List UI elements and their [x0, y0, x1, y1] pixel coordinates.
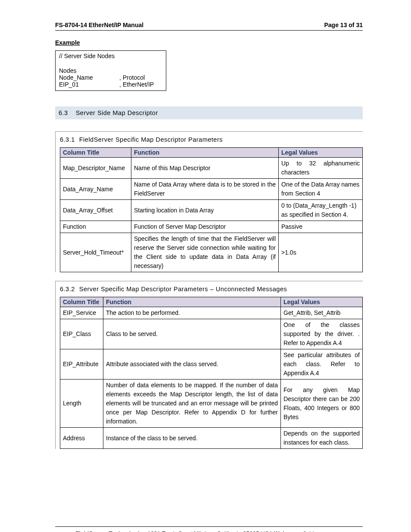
- table-row: Function Function of Server Map Descript…: [60, 221, 363, 233]
- cell: EIP_Class: [60, 319, 103, 349]
- code-cell: , EtherNet/IP: [119, 81, 162, 88]
- code-line: EIP_01 , EtherNet/IP: [59, 81, 162, 88]
- th-legal-values: Legal Values: [281, 297, 363, 307]
- cell: Address: [60, 428, 103, 449]
- cell: Name of this Map Descriptor: [131, 158, 279, 179]
- cell: Function of Server Map Descriptor: [131, 221, 279, 233]
- cell: Name of Data Array where data is to be s…: [131, 179, 279, 200]
- table-row: EIP_Class Class to be served. One of the…: [60, 319, 363, 349]
- table-row: Length Number of data elements to be map…: [60, 380, 363, 428]
- cell: One of the Data Array names from Section…: [279, 179, 363, 200]
- subsection-heading: 6.3.2Server Specific Map Descriptor Para…: [60, 286, 363, 292]
- section-title: Server Side Map Descriptor: [76, 109, 158, 116]
- th-column-title: Column Title: [60, 148, 131, 158]
- cell: Function: [60, 221, 131, 233]
- code-cell: , Protocol: [119, 74, 162, 81]
- table-row: Map_Descriptor_Name Name of this Map Des…: [60, 158, 363, 179]
- code-cell: EIP_01: [59, 81, 119, 88]
- page-header: FS-8704-14 EtherNet/IP Manual Page 13 of…: [55, 22, 363, 31]
- cell: For any given Map Descriptor there can b…: [281, 380, 363, 428]
- cell: Data_Array_Name: [60, 179, 131, 200]
- th-column-title: Column Title: [60, 297, 103, 307]
- cell: Data_Array_Offset: [60, 200, 131, 221]
- cell: Map_Descriptor_Name: [60, 158, 131, 179]
- table-row: EIP_Attribute Attribute associated with …: [60, 349, 363, 380]
- footer-line-1: FieldServer Technologies 1991 Tarob Cour…: [55, 529, 363, 532]
- th-function: Function: [103, 297, 281, 307]
- cell: The action to be performed.: [103, 307, 281, 319]
- table-row: Server_Hold_Timeout* Specifies the lengt…: [60, 233, 363, 272]
- table-632: Column Title Function Legal Values EIP_S…: [60, 297, 363, 449]
- cell: >1.0s: [279, 233, 363, 272]
- section-number: 6.3: [59, 109, 68, 116]
- footer-separator: [55, 526, 363, 527]
- code-line: // Server Side Nodes: [59, 53, 162, 59]
- subsection-title-text: FieldServer Specific Map Descriptor Para…: [79, 136, 223, 143]
- table-row: EIP_Service The action to be performed. …: [60, 307, 363, 319]
- table-row: Data_Array_Name Name of Data Array where…: [60, 179, 363, 200]
- header-left: FS-8704-14 EtherNet/IP Manual: [55, 22, 143, 28]
- cell: Up to 32 alphanumeric characters: [279, 158, 363, 179]
- table-header-row: Column Title Function Legal Values: [60, 148, 363, 158]
- subsection-number: 6.3.1: [60, 136, 75, 143]
- th-legal-values: Legal Values: [279, 148, 363, 158]
- code-cell: Node_Name: [59, 74, 119, 81]
- subsection-number: 6.3.2: [60, 286, 75, 292]
- subsection-title-text: Server Specific Map Descriptor Parameter…: [79, 286, 287, 292]
- table-row: Data_Array_Offset Starting location in D…: [60, 200, 363, 221]
- cell: Depends on the supported instances for e…: [281, 428, 363, 449]
- header-right: Page 13 of 31: [324, 22, 363, 28]
- cell: EIP_Service: [60, 307, 103, 319]
- cell: See particular attributes of each class.…: [281, 349, 363, 380]
- footer-company: FieldServer Technologies: [75, 530, 146, 532]
- example-code-box: // Server Side Nodes Nodes Node_Name , P…: [55, 50, 166, 91]
- footer-address: 1991 Tarob Court Milpitas, California 95…: [146, 530, 274, 532]
- cell: Attribute associated with the class serv…: [103, 349, 281, 380]
- subsection-heading: 6.3.1FieldServer Specific Map Descriptor…: [60, 136, 363, 143]
- code-line: Nodes: [59, 67, 162, 74]
- table-631: Column Title Function Legal Values Map_D…: [60, 147, 363, 272]
- cell: Number of data elements to be mapped. If…: [103, 380, 281, 428]
- cell: One of the classes supported by the driv…: [281, 319, 363, 349]
- cell: 0 to (Data_Array_Length -1) as specified…: [279, 200, 363, 221]
- footer-web: : www.fieldserver.com: [286, 530, 342, 532]
- code-line: Node_Name , Protocol: [59, 74, 162, 81]
- section-heading-63: 6.3Server Side Map Descriptor: [55, 106, 363, 119]
- subsection-632: 6.3.2Server Specific Map Descriptor Para…: [55, 281, 363, 449]
- table-header-row: Column Title Function Legal Values: [60, 297, 363, 307]
- cell: Starting location in Data Array: [131, 200, 279, 221]
- table-row: Address Instance of the class to be serv…: [60, 428, 363, 449]
- cell: Length: [60, 380, 103, 428]
- cell: Server_Hold_Timeout*: [60, 233, 131, 272]
- cell: Get_Attrib, Set_Attrib: [281, 307, 363, 319]
- cell: Instance of the class to be served.: [103, 428, 281, 449]
- page-footer: FieldServer Technologies 1991 Tarob Cour…: [55, 529, 363, 532]
- footer-web-label: Web: [274, 530, 286, 532]
- cell: Specifies the length of time that the Fi…: [131, 233, 279, 272]
- cell: Passive: [279, 221, 363, 233]
- example-heading: Example: [55, 39, 363, 46]
- subsection-631: 6.3.1FieldServer Specific Map Descriptor…: [55, 131, 363, 272]
- th-function: Function: [131, 148, 279, 158]
- cell: EIP_Attribute: [60, 349, 103, 380]
- cell: Class to be served.: [103, 319, 281, 349]
- code-blank: [59, 59, 162, 67]
